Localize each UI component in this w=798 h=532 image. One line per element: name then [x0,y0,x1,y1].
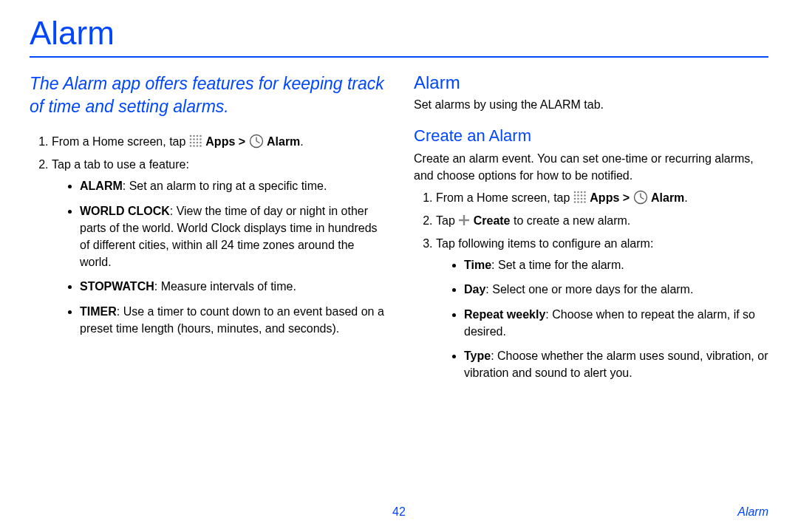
option-repeat: Repeat weekly: Choose when to repeat the… [464,306,768,340]
right-column: Alarm Set alarms by using the ALARM tab.… [414,72,768,389]
svg-point-3 [200,135,202,137]
svg-point-21 [581,191,583,193]
svg-point-9 [193,142,195,144]
intro-text: The Alarm app offers features for keepin… [30,72,384,118]
svg-point-22 [584,191,586,193]
create-label: Create [474,214,511,227]
option-desc: : Choose whether the alarm uses sound, v… [464,349,768,379]
step-text: From a Home screen, tap [436,191,573,204]
option-time: Time: Set a time for the alarm. [464,256,768,273]
svg-point-26 [584,194,586,197]
subsection-intro: Create an alarm event. You can set one-t… [414,150,768,184]
feature-name: ALARM [80,180,123,192]
option-desc: : Set a time for the alarm. [491,259,624,271]
svg-point-5 [193,138,195,140]
footer-section-label: Alarm [406,505,768,519]
option-day: Day: Select one or more days for the ala… [464,281,768,298]
title-rule [30,56,768,58]
plus-icon [458,214,470,226]
svg-line-18 [256,141,260,143]
left-step-2: Tap a tab to use a feature: ALARM: Set a… [52,156,384,337]
svg-point-25 [581,194,583,197]
feature-world-clock: WORLD CLOCK: View the time of day or nig… [80,202,384,271]
option-type: Type: Choose whether the alarm uses soun… [464,347,768,381]
left-step-1: From a Home screen, tap Apps > Alarm. [52,133,384,150]
svg-point-30 [584,197,586,200]
svg-point-31 [574,201,576,203]
svg-point-32 [577,201,579,203]
svg-point-13 [193,145,195,147]
svg-point-6 [197,138,199,140]
period: . [684,191,687,204]
svg-point-7 [200,138,202,140]
svg-point-33 [581,201,583,203]
step-text: Tap [436,214,458,227]
apps-grid-icon [573,191,587,204]
feature-alarm: ALARM: Set an alarm to ring at a specifi… [80,177,384,194]
step-text: to create a new alarm. [511,214,631,227]
option-name: Day [464,283,485,296]
page-footer: 42 Alarm [30,505,768,519]
svg-point-12 [190,145,192,147]
period: . [300,135,303,148]
section-heading-alarm: Alarm [414,72,768,93]
feature-list: ALARM: Set an alarm to ring at a specifi… [52,177,384,337]
step-text: Tap following items to configure an alar… [436,237,653,250]
right-step-2: Tap Create to create a new alarm. [436,212,768,229]
section-desc: Set alarms by using the ALARM tab. [414,96,768,113]
feature-desc: : Use a timer to count down to an event … [80,305,384,335]
right-steps: From a Home screen, tap Apps > Alarm. Ta… [414,189,768,382]
svg-point-20 [577,191,579,193]
svg-point-2 [197,135,199,137]
options-list: Time: Set a time for the alarm. Day: Sel… [436,256,768,381]
svg-point-24 [577,194,579,197]
option-name: Repeat weekly [464,308,545,321]
feature-name: STOPWATCH [80,280,154,293]
right-step-3: Tap following items to configure an alar… [436,235,768,381]
feature-stopwatch: STOPWATCH: Measure intervals of time. [80,278,384,295]
right-step-1: From a Home screen, tap Apps > Alarm. [436,189,768,206]
apps-label: Apps [590,191,619,204]
feature-timer: TIMER: Use a timer to count down to an e… [80,303,384,337]
svg-point-10 [197,142,199,144]
content-columns: The Alarm app offers features for keepin… [30,72,768,389]
clock-icon [249,134,264,149]
svg-point-0 [190,135,192,137]
left-steps: From a Home screen, tap Apps > Alarm. Ta… [30,133,384,337]
svg-point-34 [584,201,586,203]
svg-point-11 [200,142,202,144]
svg-line-37 [641,197,644,200]
page-number: 42 [392,505,406,519]
subsection-heading-create: Create an Alarm [414,126,768,146]
step-text: Tap a tab to use a feature: [52,158,189,171]
option-name: Time [464,259,491,271]
svg-point-23 [574,194,576,197]
step-text: From a Home screen, tap [52,135,189,148]
feature-name: WORLD CLOCK [80,205,170,217]
clock-icon [633,190,648,205]
apps-grid-icon [189,134,202,148]
svg-point-8 [190,142,192,144]
separator: > [235,135,248,148]
separator: > [619,191,632,204]
alarm-label: Alarm [267,135,300,148]
feature-desc: : Measure intervals of time. [154,280,296,293]
option-desc: : Select one or more days for the alarm. [485,283,693,296]
feature-desc: : Set an alarm to ring at a specific tim… [123,180,327,192]
left-column: The Alarm app offers features for keepin… [30,72,384,389]
alarm-label: Alarm [651,191,684,204]
option-name: Type [464,349,491,362]
svg-point-14 [197,145,199,147]
svg-point-28 [577,197,579,200]
svg-point-4 [190,138,192,140]
svg-point-1 [193,135,195,137]
svg-point-27 [574,197,576,200]
svg-point-15 [200,145,202,147]
apps-label: Apps [205,135,235,148]
page-title: Alarm [30,15,768,52]
svg-point-19 [574,191,576,193]
feature-name: TIMER [80,305,117,318]
svg-point-29 [581,197,583,200]
